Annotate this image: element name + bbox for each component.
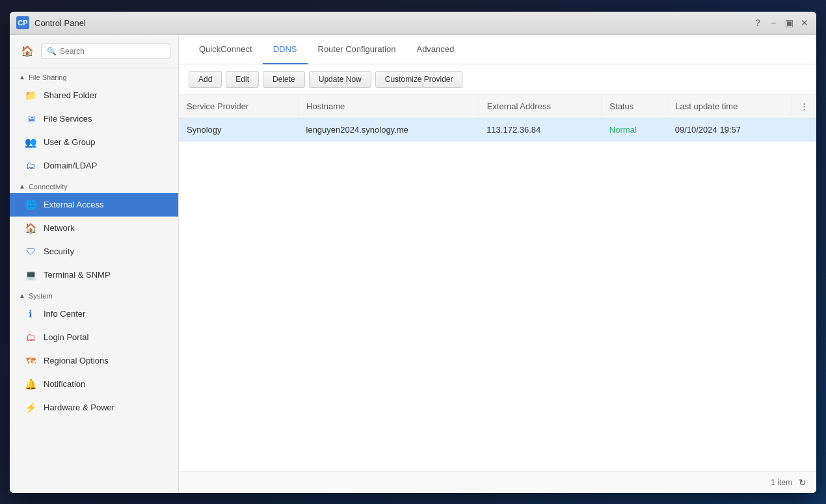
titlebar: CP Control Panel ? − ▣ ✕ bbox=[10, 12, 816, 35]
sidebar-item-label: File Services bbox=[44, 114, 92, 124]
cell-external-address: 113.172.36.84 bbox=[479, 118, 602, 141]
cell-more bbox=[792, 118, 817, 141]
tab-ddns[interactable]: DDNS bbox=[263, 35, 308, 64]
sidebar-item-label: Hardware & Power bbox=[44, 403, 114, 412]
search-input[interactable] bbox=[60, 47, 165, 56]
sidebar-item-label: User & Group bbox=[44, 137, 95, 147]
tab-quickconnect[interactable]: QuickConnect bbox=[189, 35, 263, 64]
sidebar: 🏠 🔍 ▲ File Sharing 📁 Shared Folder 🖥 Fil… bbox=[10, 35, 179, 493]
home-button[interactable]: 🏠 bbox=[18, 42, 37, 61]
chevron-icon: ▲ bbox=[19, 73, 25, 81]
sidebar-item-label: Security bbox=[44, 246, 74, 256]
security-icon: 🛡 bbox=[24, 245, 37, 258]
content-area: QuickConnect DDNS Router Configuration A… bbox=[179, 35, 816, 493]
login-portal-icon: 🗂 bbox=[24, 331, 37, 344]
sidebar-item-domain-ldap[interactable]: 🗂 Domain/LDAP bbox=[10, 154, 178, 178]
section-connectivity[interactable]: ▲ Connectivity bbox=[10, 178, 178, 193]
tab-advanced[interactable]: Advanced bbox=[406, 35, 464, 64]
sidebar-item-info-center[interactable]: ℹ Info Center bbox=[10, 302, 178, 326]
ddns-table-container: Service Provider Hostname External Addre… bbox=[179, 95, 816, 471]
table-row[interactable]: Synology lenguyen2024.synology.me 113.17… bbox=[179, 118, 816, 141]
delete-button[interactable]: Delete bbox=[263, 71, 305, 88]
col-last-update-time: Last update time bbox=[667, 95, 792, 118]
table-header-row: Service Provider Hostname External Addre… bbox=[179, 95, 816, 118]
sidebar-item-label: Info Center bbox=[44, 309, 85, 319]
section-label: System bbox=[29, 292, 53, 300]
hardware-icon: ⚡ bbox=[24, 401, 37, 414]
sidebar-item-label: Notification bbox=[44, 379, 85, 389]
section-file-sharing[interactable]: ▲ File Sharing bbox=[10, 68, 178, 84]
sidebar-item-label: Shared Folder bbox=[44, 90, 97, 100]
maximize-button[interactable]: ▣ bbox=[784, 18, 794, 28]
ddns-table: Service Provider Hostname External Addre… bbox=[179, 95, 816, 142]
sidebar-item-user-group[interactable]: 👥 User & Group bbox=[10, 131, 178, 154]
cell-service-provider: Synology bbox=[179, 118, 299, 141]
main-content: 🏠 🔍 ▲ File Sharing 📁 Shared Folder 🖥 Fil… bbox=[10, 35, 816, 493]
sidebar-item-network[interactable]: 🏠 Network bbox=[10, 217, 178, 240]
sidebar-item-external-access[interactable]: 🌐 External Access bbox=[10, 193, 178, 217]
sidebar-header: 🏠 🔍 bbox=[10, 35, 178, 68]
control-panel-window: CP Control Panel ? − ▣ ✕ 🏠 🔍 ▲ File Shar… bbox=[10, 12, 816, 493]
sidebar-item-label: Login Portal bbox=[44, 332, 88, 342]
search-icon: 🔍 bbox=[47, 47, 57, 56]
cell-last-update-time: 09/10/2024 19:57 bbox=[667, 118, 792, 141]
user-group-icon: 👥 bbox=[24, 136, 37, 149]
item-count: 1 item bbox=[771, 478, 792, 487]
add-button[interactable]: Add bbox=[189, 71, 222, 88]
section-label: Connectivity bbox=[29, 183, 68, 191]
chevron-icon: ▲ bbox=[19, 292, 25, 299]
info-icon: ℹ bbox=[24, 308, 37, 321]
close-button[interactable]: ✕ bbox=[799, 18, 810, 28]
folder-icon: 📁 bbox=[24, 89, 37, 102]
sidebar-item-terminal-snmp[interactable]: 💻 Terminal & SNMP bbox=[10, 263, 178, 287]
external-access-icon: 🌐 bbox=[24, 198, 37, 211]
help-button[interactable]: ? bbox=[753, 18, 763, 28]
sidebar-item-hardware-power[interactable]: ⚡ Hardware & Power bbox=[10, 396, 178, 419]
sidebar-item-label: Terminal & SNMP bbox=[44, 270, 111, 280]
table-footer: 1 item ↻ bbox=[179, 471, 816, 493]
edit-button[interactable]: Edit bbox=[226, 71, 259, 88]
refresh-button[interactable]: ↻ bbox=[799, 477, 806, 488]
sidebar-item-shared-folder[interactable]: 📁 Shared Folder bbox=[10, 84, 178, 107]
chevron-icon: ▲ bbox=[19, 183, 25, 190]
toolbar: Add Edit Delete Update Now Customize Pro… bbox=[179, 64, 816, 95]
sidebar-item-regional-options[interactable]: 🗺 Regional Options bbox=[10, 349, 178, 373]
sidebar-item-label: Regional Options bbox=[44, 356, 109, 365]
file-services-icon: 🖥 bbox=[24, 113, 37, 126]
update-now-button[interactable]: Update Now bbox=[309, 71, 371, 88]
col-status: Status bbox=[602, 95, 667, 118]
minimize-button[interactable]: − bbox=[768, 18, 779, 28]
cell-hostname: lenguyen2024.synology.me bbox=[299, 118, 479, 141]
app-icon: CP bbox=[16, 16, 29, 29]
notification-icon: 🔔 bbox=[24, 378, 37, 391]
search-box[interactable]: 🔍 bbox=[41, 44, 170, 59]
regional-icon: 🗺 bbox=[24, 354, 37, 367]
terminal-icon: 💻 bbox=[24, 269, 37, 282]
sidebar-item-security[interactable]: 🛡 Security bbox=[10, 240, 178, 263]
sidebar-item-label: External Access bbox=[44, 200, 104, 209]
sidebar-item-notification[interactable]: 🔔 Notification bbox=[10, 373, 178, 396]
network-icon: 🏠 bbox=[24, 222, 37, 235]
col-more: ⋮ bbox=[792, 95, 817, 118]
window-title: Control Panel bbox=[34, 18, 753, 28]
customize-provider-button[interactable]: Customize Provider bbox=[375, 71, 463, 88]
sidebar-item-label: Domain/LDAP bbox=[44, 161, 97, 170]
tab-bar: QuickConnect DDNS Router Configuration A… bbox=[179, 35, 816, 64]
col-external-address: External Address bbox=[479, 95, 602, 118]
section-label: File Sharing bbox=[29, 73, 67, 81]
tab-router-configuration[interactable]: Router Configuration bbox=[308, 35, 406, 64]
sidebar-item-login-portal[interactable]: 🗂 Login Portal bbox=[10, 326, 178, 349]
section-system[interactable]: ▲ System bbox=[10, 287, 178, 302]
col-hostname: Hostname bbox=[299, 95, 479, 118]
sidebar-item-file-services[interactable]: 🖥 File Services bbox=[10, 107, 178, 131]
cell-status: Normal bbox=[602, 118, 667, 141]
col-service-provider: Service Provider bbox=[179, 95, 299, 118]
sidebar-item-label: Network bbox=[44, 223, 75, 233]
domain-icon: 🗂 bbox=[24, 159, 37, 172]
window-controls: ? − ▣ ✕ bbox=[753, 18, 810, 28]
